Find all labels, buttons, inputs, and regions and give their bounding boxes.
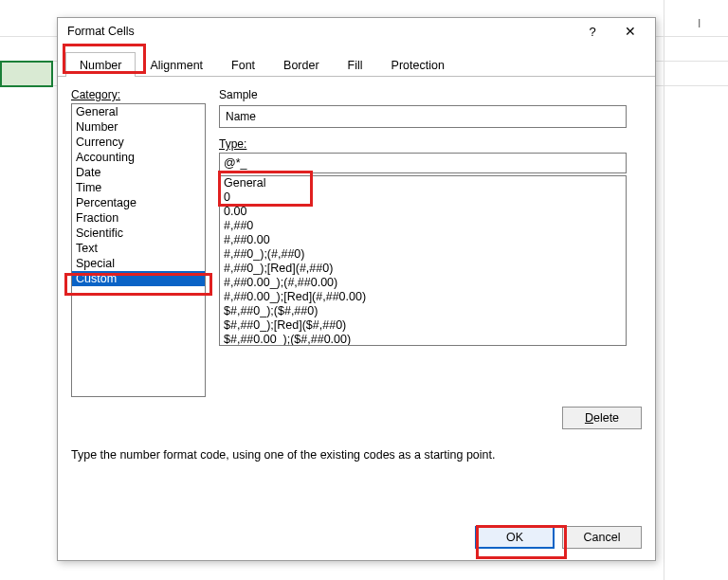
dialog-footer: OK Cancel xyxy=(58,515,655,560)
category-item[interactable]: Date xyxy=(72,165,205,180)
type-input[interactable] xyxy=(219,153,627,173)
format-item[interactable]: 0 xyxy=(220,190,626,205)
category-item[interactable]: Percentage xyxy=(72,195,205,210)
tab-fill[interactable]: Fill xyxy=(334,52,377,77)
category-item[interactable]: Accounting xyxy=(72,150,205,165)
help-button[interactable]: ? xyxy=(573,21,611,42)
category-listbox[interactable]: GeneralNumberCurrencyAccountingDateTimeP… xyxy=(71,103,206,397)
category-item[interactable]: Number xyxy=(72,119,205,135)
format-item[interactable]: #,##0_);(#,##0) xyxy=(220,247,626,262)
format-item[interactable]: $#,##0_);[Red]($#,##0) xyxy=(220,318,626,333)
dialog-body: Category: GeneralNumberCurrencyAccountin… xyxy=(58,77,655,515)
category-item[interactable]: Special xyxy=(72,256,205,271)
category-item[interactable]: Currency xyxy=(72,135,205,150)
category-label: Category: xyxy=(71,88,120,101)
format-item[interactable]: #,##0.00_);(#,##0.00) xyxy=(220,276,626,290)
tab-font[interactable]: Font xyxy=(217,52,269,77)
format-item[interactable]: $#,##0.00_);($#,##0.00) xyxy=(220,333,626,346)
category-item[interactable]: General xyxy=(72,104,205,119)
category-item[interactable]: Text xyxy=(72,241,205,256)
tab-border[interactable]: Border xyxy=(269,52,334,77)
hint-text: Type the number format code, using one o… xyxy=(71,448,642,462)
sample-label: Sample xyxy=(219,88,642,101)
close-button[interactable]: ✕ xyxy=(611,21,649,42)
sample-value: Name xyxy=(219,105,627,128)
delete-button[interactable]: Delete xyxy=(562,407,642,429)
format-item[interactable]: 0.00 xyxy=(220,205,626,219)
format-item[interactable]: $#,##0_);($#,##0) xyxy=(220,304,626,318)
category-item[interactable]: Fraction xyxy=(72,210,205,226)
type-label: Type: xyxy=(219,137,246,151)
format-cells-dialog: Format Cells ? ✕ NumberAlignmentFontBord… xyxy=(57,17,656,561)
tab-strip: NumberAlignmentFontBorderFillProtection xyxy=(58,48,655,77)
dialog-title: Format Cells xyxy=(67,25,573,38)
cancel-button[interactable]: Cancel xyxy=(562,526,642,549)
format-item[interactable]: #,##0.00_);[Red](#,##0.00) xyxy=(220,290,626,304)
category-item[interactable]: Scientific xyxy=(72,226,205,241)
tab-protection[interactable]: Protection xyxy=(377,52,459,77)
right-pane: Sample Name Type: General00.00#,##0#,##0… xyxy=(219,88,642,346)
format-item[interactable]: #,##0 xyxy=(220,219,626,233)
tab-number[interactable]: Number xyxy=(65,52,136,77)
dialog-titlebar: Format Cells ? ✕ xyxy=(58,18,655,45)
category-item[interactable]: Time xyxy=(72,180,205,195)
ok-button[interactable]: OK xyxy=(475,526,555,549)
format-item[interactable]: #,##0_);[Red](#,##0) xyxy=(220,262,626,276)
column-header: I xyxy=(698,17,701,30)
format-listbox[interactable]: General00.00#,##0#,##0.00#,##0_);(#,##0)… xyxy=(219,175,627,346)
category-item[interactable]: Custom xyxy=(72,271,205,286)
tab-alignment[interactable]: Alignment xyxy=(136,52,217,77)
format-item[interactable]: General xyxy=(220,176,626,190)
format-item[interactable]: #,##0.00 xyxy=(220,233,626,247)
selected-cell xyxy=(0,61,53,87)
